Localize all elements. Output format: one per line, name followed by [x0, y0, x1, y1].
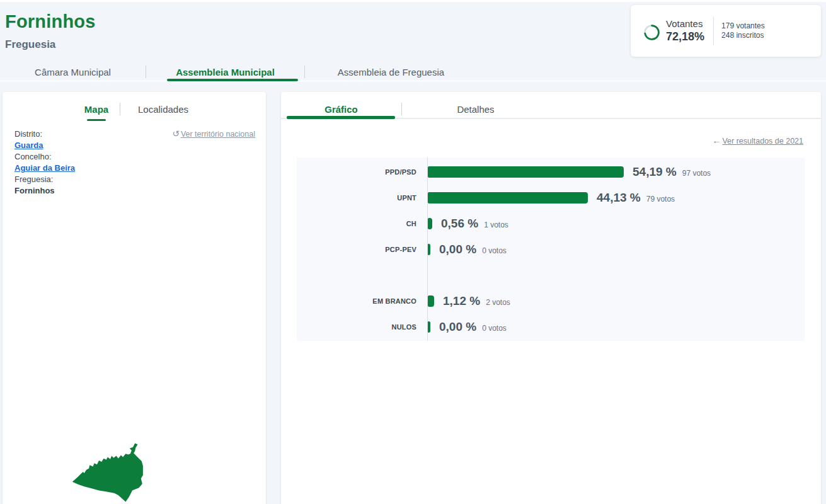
- percent-value: 0,00 %: [439, 320, 476, 334]
- result-bar: [428, 321, 430, 333]
- turnout-card: Votantes 72,18% 179 votantes 248 inscrit…: [631, 5, 821, 57]
- turnout-detail: 179 votantes 248 inscritos: [714, 21, 765, 40]
- party-label: NULOS: [297, 323, 422, 331]
- arrow-left-icon: ←: [712, 135, 721, 146]
- votes-value: 2 votos: [486, 298, 510, 307]
- chart-row: UPNT44,13 %79 votos: [297, 185, 805, 210]
- freguesia-map-shape[interactable]: [69, 438, 151, 504]
- bar-area: 44,13 %79 votos: [422, 191, 805, 205]
- percent-value: 44,13 %: [597, 191, 641, 205]
- turnout-voters: 179 votantes: [721, 21, 765, 31]
- bar-area: 0,56 %1 votos: [422, 217, 805, 231]
- votes-value: 1 votos: [484, 220, 508, 229]
- results-panel: Gráfico Detalhes ←Ver resultados de 2021…: [281, 92, 821, 504]
- party-label: UPNT: [297, 194, 422, 202]
- page-subtitle: Freguesia: [5, 38, 55, 51]
- turnout-percent: 72,18%: [666, 30, 704, 43]
- votes-value: 97 votos: [682, 169, 711, 178]
- chart-row: PPD/PSD54,19 %97 votos: [297, 159, 805, 185]
- tab-assembleia-de-freguesia[interactable]: Assembleia de Freguesia: [305, 67, 477, 77]
- page-title: Forninhos: [5, 11, 96, 32]
- chart-row: CH0,56 %1 votos: [297, 210, 805, 236]
- party-label: PCP-PEV: [297, 246, 422, 253]
- result-bar: [428, 166, 624, 178]
- tab-grafico[interactable]: Gráfico: [281, 104, 401, 115]
- freguesia-value: Forninhos: [14, 186, 55, 195]
- result-bar: [428, 192, 588, 203]
- chart-row: EM BRANCO1,12 %2 votos: [297, 288, 805, 314]
- chart-row-spacer: [297, 262, 805, 288]
- active-tab-underline: [287, 116, 395, 119]
- ver-territorio-nacional-link[interactable]: ↺Ver território nacional: [172, 129, 255, 139]
- ver-resultados-2021-link[interactable]: ←Ver resultados de 2021: [712, 135, 803, 146]
- active-tab-underline: [167, 79, 298, 81]
- distrito-link[interactable]: Guarda: [14, 140, 43, 150]
- result-bar: [428, 295, 434, 307]
- bar-area: 0,00 %0 votos: [422, 320, 805, 334]
- chart-row: NULOS0,00 %0 votos: [297, 314, 805, 340]
- tab-assembleia-municipal[interactable]: Assembleia Municipal: [146, 67, 304, 77]
- turnout-registered: 248 inscritos: [721, 31, 765, 40]
- votes-value: 0 votos: [482, 246, 507, 255]
- turnout-summary: Votantes 72,18%: [666, 18, 713, 43]
- geo-fields: Distrito: Guarda Concelho: Aguiar da Bei…: [14, 129, 75, 197]
- distrito-label: Distrito:: [14, 129, 75, 140]
- votes-value: 79 votos: [646, 195, 675, 203]
- tab-divider: [120, 103, 120, 115]
- votes-value: 0 votos: [482, 324, 507, 333]
- results-bar-chart: PPD/PSD54,19 %97 votosUPNT44,13 %79 voto…: [297, 158, 805, 341]
- bar-area: 1,12 %2 votos: [422, 294, 805, 308]
- main-tabs-baseline: [0, 80, 826, 82]
- active-tab-underline: [87, 119, 106, 121]
- concelho-link[interactable]: Aguiar da Beira: [14, 163, 75, 173]
- percent-value: 54,19 %: [633, 165, 677, 179]
- tab-localidades[interactable]: Localidades: [125, 104, 201, 115]
- freguesia-label: Freguesia:: [14, 174, 75, 185]
- main-tab-bar: Câmara Municipal Assembleia Municipal As…: [0, 63, 479, 81]
- percent-value: 1,12 %: [443, 294, 480, 308]
- chart-row: PCP-PEV0,00 %0 votos: [297, 236, 805, 262]
- map-panel: Mapa Localidades ↺Ver território naciona…: [3, 92, 266, 504]
- result-bar: [428, 244, 430, 255]
- tab-mapa[interactable]: Mapa: [65, 104, 128, 115]
- party-label: EM BRANCO: [297, 297, 422, 305]
- party-label: PPD/PSD: [297, 168, 422, 176]
- result-bar: [428, 218, 432, 229]
- tab-camara-municipal[interactable]: Câmara Municipal: [0, 67, 146, 77]
- bar-area: 0,00 %0 votos: [422, 243, 805, 256]
- party-label: CH: [297, 220, 422, 227]
- turnout-label: Votantes: [666, 18, 704, 29]
- bar-area: 54,19 %97 votos: [422, 165, 805, 179]
- tab-detalhes[interactable]: Detalhes: [401, 104, 550, 115]
- percent-value: 0,00 %: [439, 243, 476, 256]
- turnout-ring-icon: [643, 24, 660, 41]
- restore-icon: ↺: [172, 129, 180, 139]
- percent-value: 0,56 %: [441, 217, 478, 231]
- concelho-label: Concelho:: [14, 151, 75, 163]
